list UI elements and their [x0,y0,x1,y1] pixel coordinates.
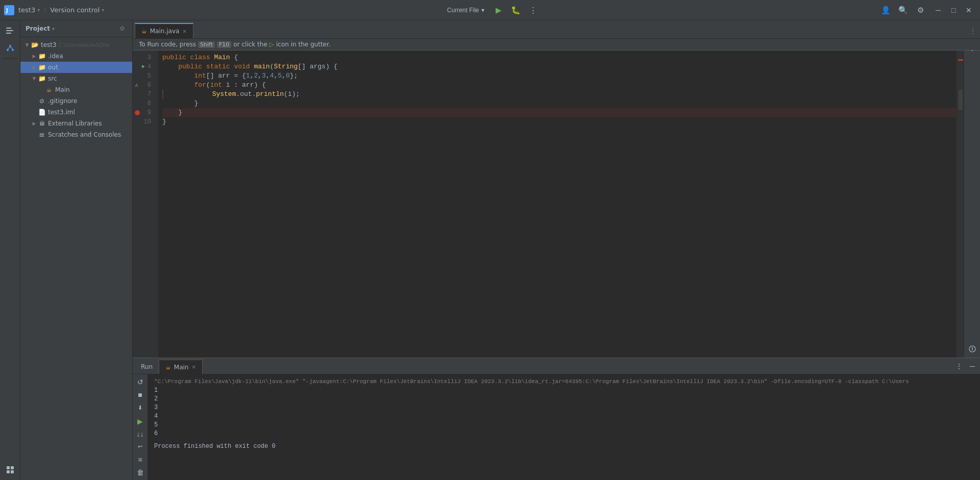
code-line-8: } [162,99,957,108]
tree-arrow-test3: ▼ [23,42,31,47]
run-arrow-icon: ▶ [142,62,145,71]
sidebar: Project ▾ ⚙ ▼ 📂 test3 C:\Users\wkdwl\One… [20,20,133,480]
console-output-6: 6 [154,430,974,438]
svg-rect-4 [6,33,11,34]
tree-item-external[interactable]: ▶ 🏛 External Libraries [20,118,132,129]
banner-middle: or click the [233,41,267,48]
tree-item-src[interactable]: ▼ 📁 src [20,73,132,84]
tree-item-iml[interactable]: 📄 test3.iml [20,107,132,118]
maximize-button[interactable]: □ [946,3,961,17]
close-button[interactable]: ✕ [962,3,976,17]
tree-label-src: src [48,75,57,82]
plugins-btn[interactable] [2,462,18,478]
editor-and-bottom: To Run code, press Shift F10 or click th… [133,39,980,480]
banner-suffix: icon in the gutter. [276,41,331,48]
run-process-btn[interactable]: ▶ [134,416,146,427]
app-name[interactable]: test3 ▾ [18,6,40,14]
icon-bar [0,20,20,480]
tree-item-gitignore[interactable]: ⊘ .gitignore [20,95,132,107]
console-output-5: 5 [154,421,974,430]
svg-line-9 [10,47,13,49]
console-output[interactable]: "C:\Program Files\Java\jdk-11\bin\java.e… [148,374,980,480]
svg-line-8 [8,47,10,49]
main-layout: Project ▾ ⚙ ▼ 📂 test3 C:\Users\wkdwl\One… [0,20,980,480]
tab-java-icon: ☕ [141,28,147,35]
content-area: ☕ Main.java ✕ ⋮ To Run code, press Shift… [133,20,980,480]
gutter-line-10: 10 [133,117,154,127]
sidebar-settings-btn[interactable]: ⚙ [117,23,127,34]
tab-main-java[interactable]: ☕ Main.java ✕ [135,23,193,38]
scratches-icon: ≡ [38,131,46,139]
minimize-button[interactable]: ─ [931,3,945,17]
java-icon-main: ☕ [45,86,53,94]
gutter-line-3: 3 [133,53,154,62]
profile-button[interactable]: 👤 [879,3,893,17]
tree-item-scratches[interactable]: ≡ Scratches and Consoles [20,129,132,140]
code-line-4: public static void main(String[] args) { [162,62,957,71]
tab-bar-right: ⋮ [968,26,978,38]
minimize-bottom-btn[interactable]: ─ [967,361,978,372]
console-output-1: 1 [154,386,974,395]
tree-arrow-out: ▶ [31,65,38,70]
debug-button[interactable]: 🐛 [509,3,523,17]
scroll-down-btn[interactable]: ↓↓ [134,428,146,440]
recent-files-btn[interactable]: ⋮ [968,26,978,36]
search-everywhere-button[interactable]: 🔍 [896,3,911,17]
folder-icon-test3: 📂 [31,41,39,49]
more-actions-button[interactable]: ⋮ [526,3,541,17]
sidebar-title-area[interactable]: Project ▾ [26,25,55,32]
run-toolbar: ↺ ■ ⬇ ▶ ↓↓ ↩ ≡ 🗑 [133,374,148,480]
main-tab-close[interactable]: ✕ [191,364,195,370]
console-output-4: 4 [154,412,974,421]
main-tab-label: Main [174,364,189,371]
stop-btn[interactable]: ■ [134,389,146,401]
app-dropdown-arrow: ▾ [37,7,40,13]
main-tab[interactable]: ☕ Main ✕ [159,360,203,374]
version-control-btn[interactable]: Version control ▾ [50,6,104,14]
gutter-line-5: 5 [133,71,154,81]
tree-arrow-src: ▼ [31,76,38,81]
bottom-tabs-right: ⋮ ─ [953,361,978,374]
code-line-3: public class Main { [162,53,957,62]
editor-area[interactable]: To Run code, press Shift F10 or click th… [133,39,980,358]
rerun-btn[interactable]: ↺ [134,376,146,388]
svg-rect-10 [7,466,10,469]
tab-close-btn[interactable]: ✕ [182,29,186,34]
run-tab-header[interactable]: Run [135,360,159,374]
filter-btn[interactable]: ≡ [134,453,146,465]
svg-rect-12 [7,470,10,473]
tree-item-test3[interactable]: ▼ 📂 test3 C:\Users\wkdwl\One [20,39,132,50]
tree-item-idea[interactable]: ▶ 📁 .idea [20,50,132,62]
app-icon: J [4,5,14,15]
sidebar-title: Project [26,25,50,32]
code-line-9: } [162,108,957,117]
svg-text:J: J [6,8,8,13]
project-view-btn[interactable] [2,22,18,39]
tree-arrow-external: ▶ [31,121,38,126]
run-more-btn[interactable]: 🗑 [134,466,146,478]
main-tab-icon: ☕ [165,364,171,371]
tree-label-external: External Libraries [48,120,102,127]
wrap-btn[interactable]: ↩ [134,441,146,452]
problems-btn[interactable] [966,342,979,356]
run-button[interactable]: ▶ [492,3,506,17]
current-file-btn[interactable]: Current File ▾ [443,5,488,16]
structure-view-btn[interactable] [2,40,18,56]
tree-item-out[interactable]: ▶ 📁 out [20,62,132,73]
settings-button[interactable]: ⚙ [914,3,928,17]
tab-label: Main.java [150,28,180,35]
console-settings-btn[interactable]: ⋮ [953,361,965,372]
bottom-panel: Run ☕ Main ✕ ⋮ ─ ↺ [133,358,980,480]
resume-btn[interactable]: ⬇ [134,402,146,414]
code-editor[interactable]: public class Main { public static void m… [158,39,957,358]
code-line-10: } [162,117,957,127]
title-bar-center: Current File ▾ ▶ 🐛 ⋮ [443,3,541,17]
error-stripe [958,59,963,61]
tree-arrow-idea: ▶ [31,54,38,59]
tree-item-main[interactable]: ☕ Main [20,84,132,95]
warning-icon: ⚠ [135,81,138,90]
console-output-3: 3 [154,403,974,412]
banner-prefix: To Run code, press [139,41,196,48]
banner-shift: Shift [198,41,215,48]
code-line-7: System.out.println(i); [162,90,957,99]
